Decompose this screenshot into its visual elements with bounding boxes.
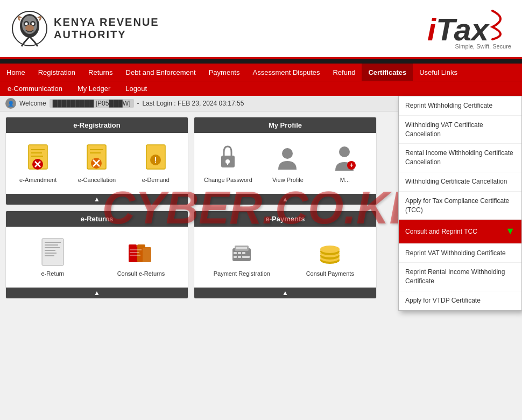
- dropdown-item-reprint-vat[interactable]: Reprint VAT Withholding Certificate: [399, 244, 521, 263]
- last-login-text: Last Login : FEB 23, 2024 03:17:55: [143, 100, 244, 107]
- black-stripe: [0, 59, 522, 64]
- svg-rect-10: [31, 152, 42, 153]
- svg-point-25: [282, 148, 293, 159]
- svg-text:!: !: [154, 156, 157, 164]
- svg-point-5: [25, 23, 28, 25]
- cancellation-icon: [84, 144, 109, 173]
- demand-icon: !: [144, 144, 168, 173]
- itax-brand-section: i Tax Simple, Swift, Secure: [427, 8, 511, 50]
- svg-rect-16: [90, 149, 103, 150]
- myprofile-item-more[interactable]: + M...: [323, 144, 366, 183]
- svg-rect-40: [130, 249, 142, 250]
- svg-rect-51: [242, 256, 250, 258]
- svg-rect-17: [90, 152, 101, 153]
- eregistration-cancellation-label: e-Cancellation: [78, 177, 116, 183]
- nav-bar-secondary: e-Communication My Ledger Logout: [0, 81, 522, 96]
- nav-item-debt[interactable]: Debt and Enforcement: [119, 64, 202, 81]
- welcome-separator: -: [137, 100, 139, 107]
- amendment-icon: [26, 144, 50, 173]
- svg-point-57: [320, 246, 340, 253]
- itax-tax-word: Tax: [436, 14, 489, 45]
- ereturns-scroll[interactable]: ▲: [6, 288, 188, 298]
- nav-item-refund[interactable]: Refund: [326, 64, 362, 81]
- consult-payments-icon: [316, 237, 343, 267]
- nav-item-returns[interactable]: Returns: [82, 64, 119, 81]
- myprofile-scroll[interactable]: ▲: [194, 194, 376, 205]
- ereturns-item-ereturn[interactable]: e-Return: [26, 237, 80, 277]
- myprofile-item-viewprofile[interactable]: View Profile: [266, 144, 309, 183]
- epayments-item-consult[interactable]: Consult Payments: [303, 237, 357, 277]
- kra-lion-icon: [11, 10, 48, 47]
- certificates-dropdown: Reprint Withholding Certificate Withhold…: [398, 96, 522, 311]
- myprofile-password-label: Change Password: [204, 177, 252, 183]
- epayments-body: Payment Registration Consult Payments: [194, 227, 376, 288]
- nav-item-logout[interactable]: Logout: [118, 81, 154, 96]
- epayments-item-registration[interactable]: Payment Registration: [214, 237, 270, 277]
- ereturns-body: e-Return Consult e-Returns: [6, 227, 188, 288]
- dropdown-item-withholding-vat-cancel[interactable]: Withholding VAT Certificate Cancellation: [399, 116, 521, 144]
- svg-rect-41: [130, 252, 139, 253]
- svg-rect-11: [31, 156, 43, 157]
- dropdown-item-consult-reprint-tcc[interactable]: Consult and Reprint TCC ▼: [399, 220, 521, 243]
- epayments-registration-label: Payment Registration: [214, 270, 270, 277]
- nav-item-ecommunication[interactable]: e-Communication: [0, 81, 70, 96]
- myprofile-viewprofile-label: View Profile: [272, 177, 304, 183]
- myprofile-item-password[interactable]: Change Password: [204, 144, 252, 183]
- ereturns-card: e-Returns e-Return: [5, 211, 188, 299]
- itax-logo: i Tax: [427, 8, 511, 45]
- nav-item-assessment[interactable]: Assessment Disputes: [246, 64, 326, 81]
- kra-logo: Kenya Revenue Authority: [11, 10, 159, 47]
- eregistration-item-demand[interactable]: ! e-Demand: [134, 144, 177, 183]
- user-icon: 👤: [5, 98, 16, 109]
- epayments-scroll[interactable]: ▲: [194, 288, 376, 298]
- nav-item-myledger[interactable]: My Ledger: [70, 81, 118, 96]
- svg-point-6: [32, 23, 34, 25]
- viewprofile-icon: [276, 144, 300, 173]
- ereturns-item-consult[interactable]: Consult e-Returns: [114, 237, 168, 277]
- svg-rect-45: [236, 247, 247, 249]
- payment-registration-icon: [228, 237, 255, 267]
- header: Kenya Revenue Authority i Tax Simple, Sw…: [0, 0, 522, 59]
- nav-item-home[interactable]: Home: [0, 64, 32, 81]
- svg-rect-46: [234, 252, 237, 254]
- itax-tagline: Simple, Swift, Secure: [455, 43, 511, 50]
- nav-item-useful[interactable]: Useful Links: [413, 64, 464, 81]
- eregistration-card: e-Registration e-Amendment: [5, 117, 188, 205]
- welcome-text: Welcome: [19, 100, 46, 107]
- dropdown-item-reprint-rental[interactable]: Reprint Rental Income Withholding Certif…: [399, 263, 521, 291]
- svg-point-26: [339, 146, 350, 157]
- eregistration-item-amendment[interactable]: e-Amendment: [17, 144, 60, 183]
- kra-line1: Kenya Revenue: [54, 16, 159, 29]
- svg-rect-47: [238, 252, 241, 254]
- eregistration-body: e-Amendment e-Cancellation: [6, 133, 188, 194]
- svg-rect-32: [45, 247, 60, 248]
- more-icon: +: [333, 144, 357, 173]
- svg-rect-9: [31, 149, 45, 150]
- nav-item-certificates[interactable]: Certificates: [362, 64, 413, 81]
- dropdown-item-rental-income-cancel[interactable]: Rental Income Withholding Certificate Ca…: [399, 144, 521, 172]
- eregistration-item-cancellation[interactable]: e-Cancellation: [75, 144, 118, 183]
- dropdown-item-withholding-cert-cancel[interactable]: Withholding Certificate Cancellation: [399, 172, 521, 192]
- epayments-card: e-Payments Payment Regis: [194, 211, 377, 299]
- dropdown-item-apply-vtdp[interactable]: Apply for VTDP Certificate: [399, 291, 521, 310]
- svg-rect-35: [45, 255, 54, 256]
- eregistration-demand-label: e-Demand: [142, 177, 170, 183]
- eregistration-header: e-Registration: [6, 117, 188, 133]
- svg-rect-50: [238, 256, 241, 258]
- welcome-user: █████████ [P05███W]: [50, 99, 134, 108]
- nav-item-payments[interactable]: Payments: [202, 64, 246, 81]
- dropdown-item-apply-tcc[interactable]: Apply for Tax Compliance Certificate (TC…: [399, 192, 521, 220]
- myprofile-more-label: M...: [340, 177, 350, 183]
- ereturn-icon: [39, 237, 66, 267]
- nav-bar-primary: Home Registration Returns Debt and Enfor…: [0, 64, 522, 81]
- green-arrow-icon: ▼: [505, 225, 515, 238]
- myprofile-card: My Profile Change Password: [194, 117, 377, 205]
- nav-item-registration[interactable]: Registration: [32, 64, 82, 81]
- eregistration-amendment-label: e-Amendment: [19, 177, 57, 183]
- myprofile-header: My Profile: [194, 117, 376, 133]
- dropdown-item-reprint-withholding[interactable]: Reprint Withholding Certificate: [399, 96, 521, 116]
- svg-rect-37: [129, 244, 137, 248]
- myprofile-body: Change Password View Profile +: [194, 133, 376, 194]
- eregistration-scroll[interactable]: ▲: [6, 194, 188, 205]
- consult-returns-icon: [128, 237, 154, 267]
